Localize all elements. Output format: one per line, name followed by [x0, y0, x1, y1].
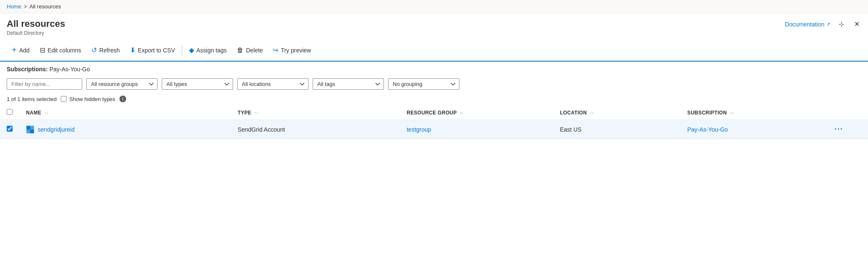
close-icon: ✕: [854, 21, 860, 28]
delete-label: Delete: [246, 47, 263, 54]
add-icon: +: [12, 45, 17, 55]
filter-by-name-input[interactable]: [7, 78, 82, 90]
try-preview-button[interactable]: ↩ Try preview: [268, 44, 316, 57]
rg-sort-icon: ↑↓: [460, 112, 464, 115]
refresh-icon: ↺: [91, 46, 97, 54]
documentation-label: Documentation: [785, 21, 824, 28]
subscriptions-bar: Subscriptions: Pay-As-You-Go: [0, 62, 868, 76]
resource-groups-select[interactable]: All resource groups: [86, 78, 158, 90]
resource-location: East US: [560, 126, 581, 133]
external-link-icon: ↗: [826, 21, 830, 27]
breadcrumb-separator: >: [24, 3, 27, 10]
select-all-th: [0, 106, 19, 120]
svg-rect-1: [30, 126, 34, 130]
type-column-header[interactable]: TYPE ↑↓: [231, 106, 400, 120]
table-header: NAME ↑↓ TYPE ↑↓ RESOURCE GROUP ↑↓ LOCATI…: [0, 106, 868, 120]
page-title-section: All resources Default Directory: [7, 18, 65, 36]
try-preview-icon: ↩: [273, 46, 278, 54]
export-csv-button[interactable]: ⬇ Export to CSV: [125, 44, 180, 57]
resource-subscription-cell: Pay-As-You-Go: [681, 120, 825, 139]
table-row: sendgridjureid SendGrid Account testgrou…: [0, 120, 868, 139]
info-icon[interactable]: i: [119, 96, 126, 102]
location-sort-icon: ↑↓: [590, 112, 594, 115]
selection-row: 1 of 1 items selected Show hidden types …: [0, 94, 868, 106]
svg-rect-0: [26, 126, 30, 130]
documentation-link[interactable]: Documentation ↗: [785, 21, 830, 28]
close-button[interactable]: ✕: [852, 18, 861, 30]
edit-columns-label: Edit columns: [48, 47, 81, 54]
more-column-header: [825, 106, 868, 120]
export-icon: ⬇: [130, 46, 135, 54]
export-csv-label: Export to CSV: [138, 47, 175, 54]
subscription-sort-icon: ↑↓: [730, 112, 734, 115]
subscription-column-header[interactable]: SUBSCRIPTION ↑↓: [681, 106, 825, 120]
types-select[interactable]: All types: [162, 78, 233, 90]
filters-row: All resource groups All types All locati…: [0, 76, 868, 94]
name-sort-icon: ↑↓: [44, 112, 48, 115]
subscriptions-label: Subscriptions:: [7, 66, 48, 73]
grouping-select[interactable]: No grouping: [388, 78, 459, 90]
add-label: Add: [19, 47, 30, 54]
show-hidden-types-label: Show hidden types: [69, 96, 115, 102]
page-title: All resources: [7, 18, 65, 29]
resource-group-column-header[interactable]: RESOURCE GROUP ↑↓: [400, 106, 553, 120]
tags-select[interactable]: All tags: [313, 78, 384, 90]
assign-tags-button[interactable]: ◆ Assign tags: [184, 44, 232, 57]
row-checkbox[interactable]: [7, 126, 13, 132]
add-button[interactable]: + Add: [7, 43, 35, 57]
page-subtitle: Default Directory: [7, 30, 65, 36]
svg-rect-2: [26, 130, 30, 133]
more-icon: ···: [834, 125, 843, 133]
edit-columns-button[interactable]: ⊟ Edit columns: [35, 44, 86, 57]
refresh-button[interactable]: ↺ Refresh: [86, 44, 125, 57]
resource-name-cell: sendgridjureid: [19, 120, 231, 139]
locations-select[interactable]: All locations: [237, 78, 308, 90]
selection-count: 1 of 1 items selected: [7, 96, 57, 102]
resource-name-link[interactable]: sendgridjureid: [26, 125, 224, 134]
type-sort-icon: ↑↓: [254, 112, 258, 115]
toolbar: + Add ⊟ Edit columns ↺ Refresh ⬇ Export …: [0, 39, 868, 62]
subscriptions-value: Pay-As-You-Go: [49, 66, 90, 73]
delete-button[interactable]: 🗑 Delete: [232, 44, 268, 57]
resource-icon: [26, 125, 34, 134]
assign-tags-icon: ◆: [189, 46, 194, 54]
resource-name: sendgridjureid: [38, 126, 75, 133]
location-column-header[interactable]: LOCATION ↑↓: [553, 106, 681, 120]
resource-subscription-link[interactable]: Pay-As-You-Go: [687, 126, 728, 133]
page-header: All resources Default Directory Document…: [0, 13, 868, 39]
breadcrumb-current: All resources: [29, 3, 61, 10]
toolbar-divider: [182, 45, 182, 55]
pin-icon: ⊹: [839, 21, 844, 28]
breadcrumb: Home > All resources: [0, 0, 868, 13]
refresh-label: Refresh: [99, 47, 120, 54]
select-all-checkbox[interactable]: [7, 109, 13, 115]
more-actions-cell: ···: [825, 120, 868, 139]
assign-tags-label: Assign tags: [197, 47, 227, 54]
breadcrumb-home[interactable]: Home: [7, 3, 21, 10]
more-actions-button[interactable]: ···: [832, 124, 846, 135]
svg-rect-3: [30, 130, 34, 133]
resource-group-cell: testgroup: [400, 120, 553, 139]
resource-type-cell: SendGrid Account: [231, 120, 400, 139]
pin-button[interactable]: ⊹: [837, 18, 846, 30]
resource-group-link[interactable]: testgroup: [407, 126, 431, 133]
resource-type: SendGrid Account: [238, 126, 285, 133]
name-column-header[interactable]: NAME ↑↓: [19, 106, 231, 120]
edit-columns-icon: ⊟: [40, 46, 45, 54]
show-hidden-types-wrapper[interactable]: Show hidden types: [61, 96, 115, 102]
row-checkbox-cell: [0, 120, 19, 139]
show-hidden-types-checkbox[interactable]: [61, 96, 67, 102]
try-preview-label: Try preview: [281, 47, 311, 54]
header-actions: Documentation ↗ ⊹ ✕: [785, 18, 861, 30]
delete-icon: 🗑: [237, 47, 244, 54]
table-body: sendgridjureid SendGrid Account testgrou…: [0, 120, 868, 139]
resource-location-cell: East US: [553, 120, 681, 139]
resources-table: NAME ↑↓ TYPE ↑↓ RESOURCE GROUP ↑↓ LOCATI…: [0, 106, 868, 139]
sendgrid-icon: [26, 125, 34, 134]
